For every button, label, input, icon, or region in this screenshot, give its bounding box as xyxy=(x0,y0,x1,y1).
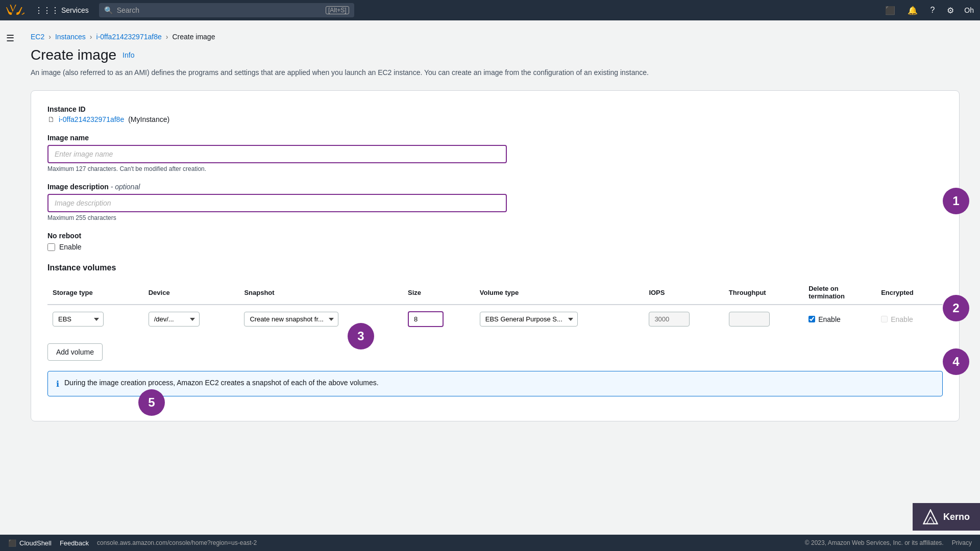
bottom-url: console.aws.amazon.com/console/home?regi… xyxy=(97,539,257,546)
info-icon: ℹ xyxy=(56,379,59,389)
info-banner: ℹ During the image creation process, Ama… xyxy=(47,371,943,396)
cloudshell-button[interactable]: ⬛ CloudShell xyxy=(8,539,52,547)
encrypted-label: Enable xyxy=(891,315,913,323)
no-reboot-label: No reboot xyxy=(47,232,943,240)
svg-line-1 xyxy=(930,517,935,524)
col-volume-type: Volume type xyxy=(475,281,644,305)
size-input[interactable] xyxy=(408,311,444,327)
encrypted-checkbox[interactable] xyxy=(881,316,888,322)
no-reboot-checkbox[interactable] xyxy=(47,243,55,251)
breadcrumb-instances[interactable]: Instances xyxy=(55,33,86,41)
col-snapshot: Snapshot xyxy=(239,281,403,305)
image-desc-label: Image description - optional xyxy=(47,183,943,191)
copyright-text: © 2023, Amazon Web Services, Inc. or its… xyxy=(805,539,944,546)
bottom-right: © 2023, Amazon Web Services, Inc. or its… xyxy=(805,539,972,546)
col-iops: IOPS xyxy=(644,281,723,305)
bottom-bar: ⬛ CloudShell Feedback console.aws.amazon… xyxy=(0,535,980,551)
nav-icons: ⬛ 🔔 ? ⚙ Oh xyxy=(883,4,974,17)
settings-icon-button[interactable]: ⚙ xyxy=(945,4,956,17)
kerno-watermark: Kerno xyxy=(913,503,980,531)
svg-line-2 xyxy=(926,517,930,524)
cell-snapshot: Create new snapshot fr... xyxy=(239,305,403,333)
snapshot-select[interactable]: Create new snapshot fr... xyxy=(244,312,338,327)
delete-on-term-label[interactable]: Enable xyxy=(818,315,841,323)
volume-type-select[interactable]: EBS General Purpose S... xyxy=(480,312,578,327)
annotation-4: 4 xyxy=(943,348,969,375)
feedback-button[interactable]: Feedback xyxy=(60,539,89,547)
image-desc-input[interactable] xyxy=(47,194,507,212)
privacy-link[interactable]: Privacy xyxy=(952,539,972,546)
device-select[interactable]: /dev/... xyxy=(149,312,200,327)
page-title: Create image xyxy=(31,47,116,63)
storage-type-select[interactable]: EBS xyxy=(53,312,104,327)
cell-device: /dev/... xyxy=(143,305,239,333)
info-banner-text: During the image creation process, Amazo… xyxy=(64,379,379,387)
cell-volume-type: EBS General Purpose S... xyxy=(475,305,644,333)
no-reboot-checkbox-row: Enable xyxy=(47,243,943,251)
table-row: EBS /dev/... Create new snapshot fr... xyxy=(47,305,943,333)
page-title-row: Create image Info xyxy=(31,47,960,63)
cell-iops xyxy=(644,305,723,333)
cell-storage-type: EBS xyxy=(47,305,143,333)
search-shortcut: [Alt+S] xyxy=(326,6,349,14)
image-name-label: Image name xyxy=(47,134,943,142)
col-throughput: Throughput xyxy=(724,281,803,305)
services-button[interactable]: ⋮⋮⋮ Services xyxy=(31,4,93,17)
breadcrumb-sep-2: › xyxy=(90,33,92,41)
search-bar[interactable]: 🔍 [Alt+S] xyxy=(99,3,354,17)
add-volume-button[interactable]: Add volume xyxy=(47,343,103,361)
breadcrumb-sep-3: › xyxy=(166,33,168,41)
throughput-input xyxy=(729,312,770,327)
bell-icon-button[interactable]: 🔔 xyxy=(905,4,920,17)
col-encrypted: Encrypted xyxy=(876,281,943,305)
account-label: Oh xyxy=(964,6,974,14)
col-device: Device xyxy=(143,281,239,305)
annotation-1: 1 xyxy=(943,188,969,214)
col-storage-type: Storage type xyxy=(47,281,143,305)
terminal-icon-button[interactable]: ⬛ xyxy=(883,4,897,17)
page-description: An image (also referred to as an AMI) de… xyxy=(31,67,960,78)
breadcrumb-ec2[interactable]: EC2 xyxy=(31,33,44,41)
cell-throughput xyxy=(724,305,803,333)
copy-icon[interactable]: 🗋 xyxy=(47,115,55,123)
delete-on-term-cell: Enable xyxy=(808,315,871,323)
cell-encrypted: Enable xyxy=(876,305,943,333)
cell-size xyxy=(403,305,475,333)
help-icon-button[interactable]: ? xyxy=(928,4,937,17)
main-content: EC2 › Instances › i-0ffa214232971af8e › … xyxy=(0,20,980,551)
search-input[interactable] xyxy=(117,6,322,14)
sidebar-toggle-button[interactable]: ☰ xyxy=(0,29,20,48)
instance-id-label: Instance ID xyxy=(47,105,943,113)
cloudshell-icon: ⬛ xyxy=(8,539,16,547)
volumes-section-title: Instance volumes xyxy=(47,263,943,272)
info-link[interactable]: Info xyxy=(122,51,134,59)
services-label: Services xyxy=(61,6,89,14)
instance-id-link[interactable]: i-0ffa214232971af8e xyxy=(59,115,124,123)
image-desc-hint: Maximum 255 characters xyxy=(47,214,943,221)
delete-on-term-checkbox[interactable] xyxy=(808,316,815,322)
instance-id-value: 🗋 i-0ffa214232971af8e (MyInstance) xyxy=(47,115,943,123)
encrypted-cell: Enable xyxy=(881,315,938,323)
cell-delete-on-term: Enable xyxy=(803,305,876,333)
image-name-field: Image name Maximum 127 characters. Can't… xyxy=(47,134,943,172)
col-size: Size xyxy=(403,281,475,305)
kerno-label: Kerno xyxy=(943,512,970,522)
iops-input xyxy=(649,312,690,327)
breadcrumb-current: Create image xyxy=(172,33,215,41)
instance-id-suffix: (MyInstance) xyxy=(128,115,169,123)
image-desc-field: Image description - optional Maximum 255… xyxy=(47,183,943,221)
annotation-2: 2 xyxy=(943,295,969,321)
instance-volumes-section: Instance volumes Storage type Device Sna… xyxy=(47,263,943,333)
create-image-form: 1 Instance ID 🗋 i-0ffa214232971af8e (MyI… xyxy=(31,90,960,421)
breadcrumb: EC2 › Instances › i-0ffa214232971af8e › … xyxy=(31,29,960,41)
image-name-input[interactable] xyxy=(47,145,507,163)
kerno-logo-icon xyxy=(923,509,938,524)
no-reboot-enable-label[interactable]: Enable xyxy=(59,243,82,251)
top-navigation: ⋮⋮⋮ Services 🔍 [Alt+S] ⬛ 🔔 ? ⚙ Oh xyxy=(0,0,980,20)
breadcrumb-instance-id[interactable]: i-0ffa214232971af8e xyxy=(96,33,162,41)
image-name-hint: Maximum 127 characters. Can't be modifie… xyxy=(47,165,943,172)
volumes-table: Storage type Device Snapshot Size Volume… xyxy=(47,281,943,333)
search-icon: 🔍 xyxy=(104,6,113,14)
instance-id-section: Instance ID 🗋 i-0ffa214232971af8e (MyIns… xyxy=(47,105,943,123)
breadcrumb-sep-1: › xyxy=(48,33,51,41)
